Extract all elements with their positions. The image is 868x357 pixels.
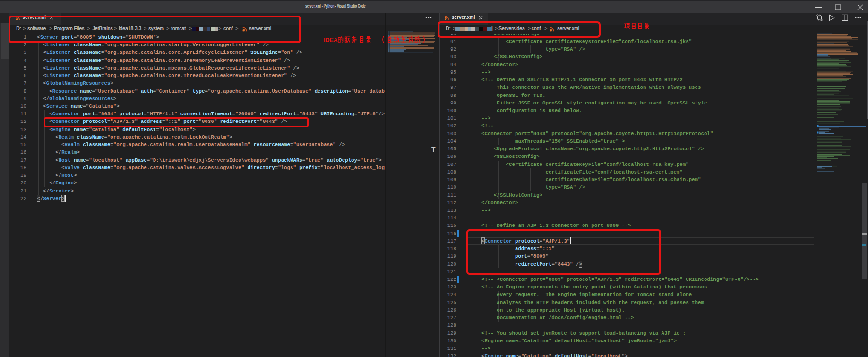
svg-text:IDEA: IDEA	[324, 36, 338, 44]
